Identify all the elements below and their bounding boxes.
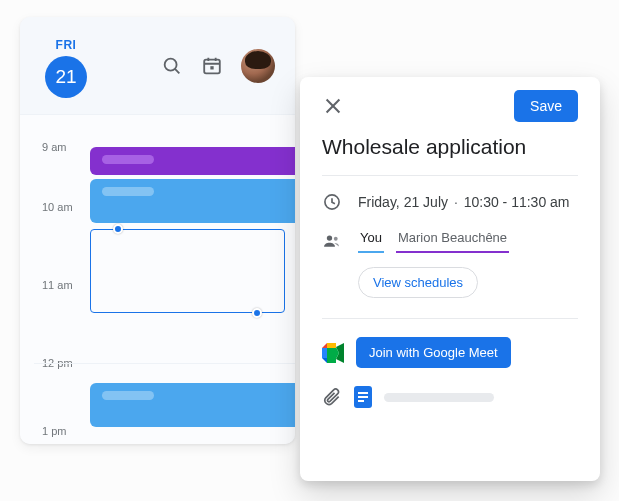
resize-handle-bottom[interactable] [252, 308, 262, 318]
calendar-event-purple[interactable] [90, 147, 295, 175]
user-avatar[interactable] [241, 49, 275, 83]
time-gridline [34, 363, 295, 364]
guest-chip-you[interactable]: You [358, 228, 384, 253]
google-meet-icon [322, 343, 344, 363]
event-title-placeholder [102, 391, 154, 400]
svg-rect-15 [327, 348, 336, 358]
time-label: 11 am [42, 279, 73, 291]
calendar-day-name: FRI [56, 38, 77, 52]
svg-rect-14 [327, 358, 336, 363]
event-guests-row: You Marion Beauchêne [322, 228, 578, 253]
resize-handle-top[interactable] [113, 224, 123, 234]
google-meet-row: Join with Google Meet [322, 337, 578, 368]
calendar-day-card: FRI 21 9 am 10 am 11 am 12 pm 1 pm [20, 17, 295, 444]
calendar-date-column[interactable]: FRI 21 [42, 38, 90, 98]
calendar-day-number: 21 [45, 56, 87, 98]
svg-point-11 [334, 237, 338, 241]
svg-point-10 [327, 235, 332, 240]
guest-chips: You Marion Beauchêne [358, 228, 509, 253]
view-schedules-button[interactable]: View schedules [358, 267, 478, 298]
time-label: 9 am [42, 141, 66, 153]
people-icon [322, 231, 342, 251]
search-icon[interactable] [161, 55, 183, 77]
svg-rect-12 [327, 343, 336, 348]
event-title-placeholder [102, 187, 154, 196]
event-time: 10:30 - 11:30 am [464, 194, 570, 210]
divider [322, 318, 578, 319]
calendar-timeline[interactable]: 9 am 10 am 11 am 12 pm 1 pm [20, 115, 295, 444]
google-doc-icon[interactable] [354, 386, 372, 408]
event-title-placeholder [102, 155, 154, 164]
event-detail-card: Save Wholesale application Friday, 21 Ju… [300, 77, 600, 481]
svg-rect-6 [210, 66, 213, 69]
attachment-row [322, 386, 578, 408]
event-date: Friday, 21 July [358, 194, 448, 210]
calendar-event-blue[interactable] [90, 179, 295, 223]
calendar-header-actions [161, 49, 275, 83]
calendar-event-blue[interactable] [90, 383, 295, 427]
save-button[interactable]: Save [514, 90, 578, 122]
clock-icon [322, 192, 342, 212]
paperclip-icon[interactable] [322, 387, 342, 407]
detail-top-bar: Save [322, 77, 578, 135]
join-google-meet-button[interactable]: Join with Google Meet [356, 337, 511, 368]
time-label: 1 pm [42, 425, 66, 437]
time-label: 10 am [42, 201, 73, 213]
guest-chip-other[interactable]: Marion Beauchêne [396, 228, 509, 253]
svg-line-1 [175, 68, 179, 72]
event-title[interactable]: Wholesale application [322, 135, 578, 176]
today-calendar-icon[interactable] [201, 55, 223, 77]
event-datetime-row[interactable]: Friday, 21 July · 10:30 - 11:30 am [322, 192, 578, 212]
attachment-name-placeholder [384, 393, 494, 402]
event-datetime-text: Friday, 21 July · 10:30 - 11:30 am [358, 194, 570, 210]
svg-rect-13 [322, 348, 327, 358]
separator-dot: · [454, 194, 458, 210]
calendar-header: FRI 21 [20, 17, 295, 115]
close-icon[interactable] [322, 95, 344, 117]
svg-point-0 [165, 58, 177, 70]
calendar-event-selected[interactable] [90, 229, 285, 313]
